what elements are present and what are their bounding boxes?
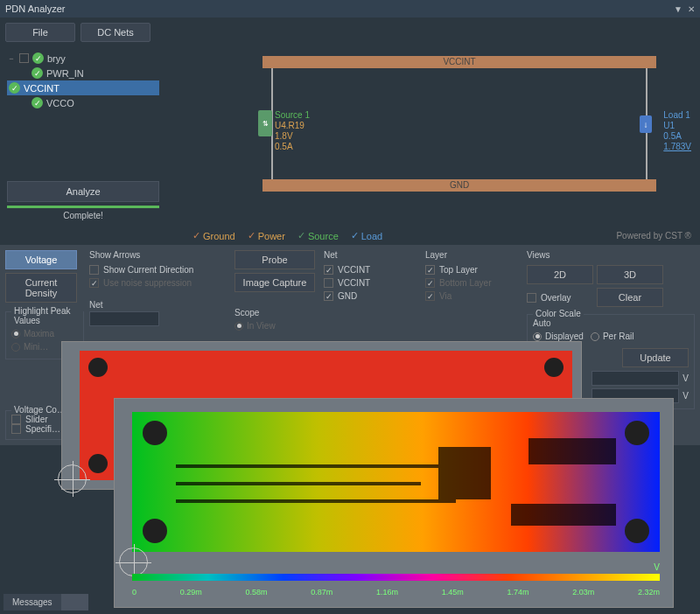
radio-per-rail[interactable] <box>591 332 599 341</box>
group-highlight: Highlight Peak Values <box>11 306 83 325</box>
overlay-checkbox[interactable] <box>527 293 536 303</box>
load-icon: ↓ <box>640 115 652 133</box>
radio-maxima[interactable] <box>11 330 20 338</box>
status-ok-icon: ✓ <box>32 67 43 79</box>
legend-load: Load <box>361 231 382 241</box>
specific-checkbox[interactable] <box>11 424 21 434</box>
tree-item-label: PWR_IN <box>46 68 84 79</box>
layer-checkbox <box>425 278 435 288</box>
layer-checkbox <box>425 291 435 301</box>
load-block[interactable]: Load 1 U1 0.5A 1.783V <box>663 110 691 152</box>
scale-unit: V <box>654 562 660 572</box>
status-ok-icon: ✓ <box>32 97 43 108</box>
image-capture-button[interactable]: Image Capture <box>234 273 315 292</box>
tree-root[interactable]: − ✓ bryy <box>7 51 159 66</box>
net-label: Net <box>324 250 420 260</box>
group-colorscale: Color Scale <box>533 309 584 318</box>
source-icon: ⇅ <box>258 110 272 136</box>
powered-by: Powered by CST ® <box>616 231 691 241</box>
layer-label: Layer <box>425 250 522 260</box>
collapse-icon[interactable]: − <box>7 54 16 63</box>
pcb-heatmap <box>132 412 660 552</box>
source-name: Source 1 <box>275 110 310 121</box>
net-diagram: VCCINT GND ⇅ Source 1 U4.R19 1.8V 0.5A ↓… <box>166 47 700 227</box>
radio-displayed[interactable] <box>533 332 542 341</box>
color-scale-bar <box>132 574 660 581</box>
tree-item-pwr-in[interactable]: ✓ PWR_IN <box>7 66 159 80</box>
window-title: PDN Analyzer <box>5 3 65 14</box>
legend-power: Power <box>258 231 285 241</box>
net-checkbox[interactable] <box>324 265 333 275</box>
tree-item-label: VCCO <box>46 98 74 108</box>
probe-button[interactable]: Probe <box>234 250 315 269</box>
net-checkbox[interactable] <box>324 291 333 301</box>
net-checkbox[interactable] <box>324 278 333 288</box>
tree-item-vccint[interactable]: ✓ VCCINT <box>7 80 159 95</box>
source-current: 0.5A <box>275 142 310 152</box>
voltage-button[interactable]: Voltage <box>5 250 77 269</box>
file-button[interactable]: File <box>5 23 75 42</box>
scope-label: Scope <box>234 308 318 317</box>
source-block[interactable]: ⇅ Source 1 U4.R19 1.8V 0.5A <box>258 110 310 152</box>
analyze-button[interactable]: Analyze <box>7 181 159 202</box>
status-text: Complete! <box>7 208 159 223</box>
current-density-button[interactable]: Current Density <box>5 273 77 303</box>
check-icon: ✓ <box>298 230 305 241</box>
legend-source: Source <box>308 231 339 241</box>
net-filter-label: Net <box>89 300 159 310</box>
view-3d-button[interactable]: 3D <box>597 265 663 284</box>
status-ok-icon: ✓ <box>9 82 20 94</box>
layer-checkbox[interactable] <box>425 265 435 275</box>
show-arrows-label: Show Arrows <box>89 250 229 260</box>
status-ok-icon: ✓ <box>32 52 44 64</box>
load-ref: U1 <box>663 121 691 131</box>
compass-icon <box>58 464 87 493</box>
rail-top: VCCINT <box>262 56 656 68</box>
radio-inview[interactable] <box>234 322 243 331</box>
tree-item-label: VCCINT <box>24 83 60 94</box>
update-button[interactable]: Update <box>622 348 689 367</box>
close-icon[interactable]: ✕ <box>688 4 695 14</box>
view-2d-button[interactable]: 2D <box>527 265 593 284</box>
tab-blank[interactable] <box>61 594 88 611</box>
scale-input[interactable] <box>592 371 679 386</box>
check-icon: ✓ <box>248 230 256 241</box>
tree-item-vcco[interactable]: ✓ VCCO <box>7 95 159 110</box>
group-voltageco: Voltage Co… <box>11 405 68 415</box>
load-voltage: 1.783V <box>663 142 691 152</box>
net-filter-input[interactable] <box>89 311 159 326</box>
dcnets-button[interactable]: DC Nets <box>80 23 150 42</box>
source-voltage: 1.8V <box>275 131 310 142</box>
slider-checkbox[interactable] <box>11 415 21 424</box>
scale-ticks: 0 0.29m 0.58m 0.87m 1.16m 1.45m 1.74m 2.… <box>132 588 660 597</box>
tree-root-label: bryy <box>47 53 66 64</box>
load-name: Load 1 <box>663 110 691 121</box>
tree-checkbox[interactable] <box>19 53 29 63</box>
noise-checkbox <box>89 278 99 288</box>
pcb-view-voltage[interactable]: V 0 0.29m 0.58m 0.87m 1.16m 1.45m 1.74m … <box>114 398 674 608</box>
check-icon: ✓ <box>192 230 200 241</box>
views-label: Views <box>527 250 695 260</box>
clear-button[interactable]: Clear <box>597 288 663 307</box>
radio-minima[interactable] <box>11 343 20 352</box>
legend-ground: Ground <box>203 231 235 241</box>
dropdown-icon[interactable]: ▼ <box>674 4 682 14</box>
compass-icon <box>119 548 148 576</box>
tab-messages[interactable]: Messages <box>4 594 61 611</box>
load-current: 0.5A <box>663 131 691 142</box>
source-ref: U4.R19 <box>275 121 310 131</box>
auto-label: Auto <box>533 318 689 328</box>
check-icon: ✓ <box>351 230 359 241</box>
show-current-dir-checkbox[interactable] <box>89 265 99 275</box>
rail-bottom: GND <box>262 179 656 192</box>
